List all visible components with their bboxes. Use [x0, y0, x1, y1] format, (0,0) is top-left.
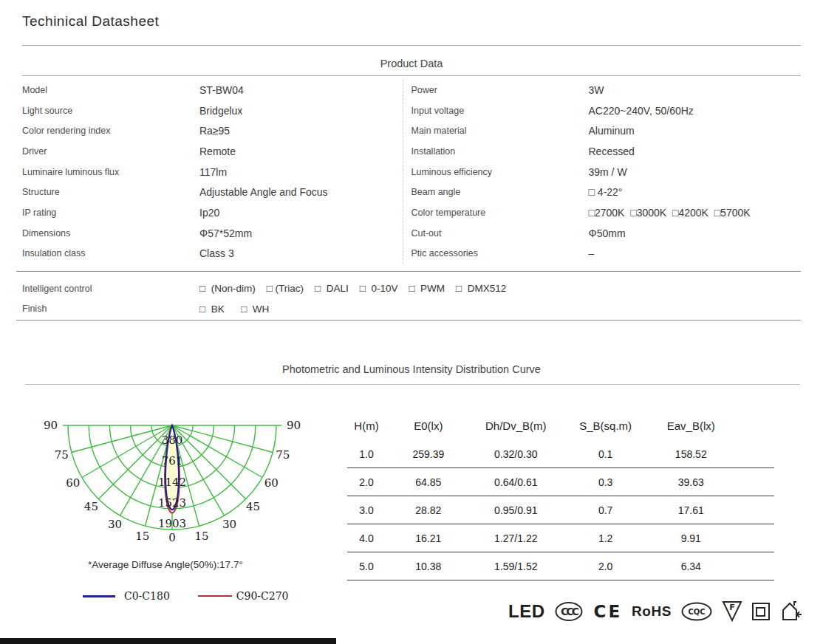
legend-line-c90-c270: [198, 595, 232, 597]
spec-label: Structure: [22, 187, 199, 197]
svg-text:30: 30: [222, 518, 236, 531]
svg-text:380: 380: [162, 434, 183, 447]
legend-label-c0-c180: C0-C180: [124, 590, 170, 602]
spec-label: Main material: [412, 126, 589, 136]
table-row: 5.0 10.38 1.59/1.52 2.0 6.34: [347, 552, 774, 580]
spec-row-model: ModelST-BW04: [22, 80, 403, 100]
spec-label: Input voltage: [412, 106, 589, 116]
diffuse-angle-footnote: *Average Diffuse Angle(50%):17.7°: [88, 559, 243, 570]
column-header: Eav_B(lx): [650, 419, 731, 432]
table-cell: 0.64/0.61: [471, 476, 561, 488]
table-cell: 2.0: [347, 476, 386, 488]
spec-row-structure: StructureAdjustable Angle and Focus: [22, 182, 403, 202]
spec-label: Color temperature: [412, 208, 589, 218]
divider-section: [16, 320, 801, 321]
spec-value: Ra≥95: [199, 125, 230, 137]
svg-text:60: 60: [66, 476, 80, 490]
spec-label: Intelligent control: [22, 284, 199, 294]
ce-mark-icon: CE: [594, 602, 623, 621]
table-cell: 64.85: [386, 476, 471, 488]
double-insulation-icon: [752, 603, 770, 620]
table-cell: 4.0: [347, 532, 386, 544]
photometric-table: H(m) E0(lx) Dh/Dv_B(m) S_B(sq.m) Eav_B(l…: [347, 411, 774, 580]
indoor-use-house-icon: [779, 600, 803, 623]
spec-label: IP rating: [22, 208, 199, 218]
table-cell: 2.0: [561, 561, 650, 572]
column-header: S_B(sq.m): [561, 419, 650, 432]
spec-value: Adjustable Angle and Focus: [199, 186, 328, 198]
certification-icons: LED CCC CE RoHS CQC F: [508, 597, 803, 626]
spec-value: Recessed: [589, 145, 635, 157]
spec-value: 3W: [589, 84, 604, 96]
table-cell: 39.63: [650, 476, 731, 488]
spec-value: Remote: [199, 145, 236, 157]
spec-value: –: [589, 247, 595, 259]
spec-value: 117lm: [199, 166, 227, 178]
spec-label: Installation: [412, 146, 589, 157]
spec-label: Driver: [22, 146, 199, 157]
svg-text:15: 15: [135, 530, 149, 543]
spec-value: ST-BW04: [199, 84, 244, 96]
spec-label: Model: [22, 85, 199, 95]
svg-text:15: 15: [195, 530, 209, 543]
table-cell: 17.61: [650, 504, 731, 516]
spec-row-color-temperature: Color temperature□2700K □3000K □4200K □5…: [412, 202, 802, 223]
control-finish-rows: Intelligent control□ (Non-dim) □ (Triac)…: [22, 278, 801, 319]
spec-label: Finish: [22, 304, 199, 314]
spec-row-driver: DriverRemote: [22, 141, 403, 162]
polar-chart-svg: 3807611142152319030151530304545606075759…: [43, 411, 309, 551]
page-title: Techinical Datasheet: [22, 13, 159, 30]
spec-value: □ BK □ WH: [199, 304, 269, 315]
table-cell: 6.34: [650, 561, 731, 572]
spec-label: Power: [412, 85, 589, 95]
legend-line-c0-c180: [83, 595, 115, 597]
svg-text:1142: 1142: [158, 476, 186, 489]
table-cell: 10.38: [386, 561, 471, 572]
spec-value: Ip20: [199, 207, 219, 219]
spec-label: Ptic accessories: [412, 248, 589, 258]
led-label: LED: [508, 601, 545, 622]
cqc-mark-icon: CQC: [681, 602, 712, 621]
table-row: 4.0 16.21 1.27/1.22 1.2 9.91: [347, 524, 774, 552]
photometric-table-header: H(m) E0(lx) Dh/Dv_B(m) S_B(sq.m) Eav_B(l…: [347, 411, 774, 440]
table-cell: 3.0: [347, 504, 386, 516]
table-cell: 0.32/0.30: [471, 448, 561, 460]
spec-row-power: Power3W: [412, 80, 802, 100]
spec-row-dimensions: DimensionsΦ57*52mm: [22, 223, 403, 244]
table-cell: 1.59/1.52: [471, 561, 561, 572]
svg-text:60: 60: [264, 476, 279, 490]
divider-photometric-header: [25, 384, 800, 385]
spec-value: □2700K □3000K □4200K □5700K: [589, 207, 751, 219]
svg-text:75: 75: [276, 448, 290, 462]
spec-value: Bridgelux: [199, 105, 242, 117]
spec-value: Φ50mm: [589, 227, 626, 239]
spec-row-cri: Color rendering indexRa≥95: [22, 120, 403, 141]
spec-row-luminous-flux: Luminaire luminous flux117lm: [22, 162, 403, 182]
table-row: 3.0 28.82 0.95/0.91 0.7 17.61: [347, 496, 774, 524]
product-spec-table: ModelST-BW04 Light sourceBridgelux Color…: [22, 80, 801, 264]
svg-text:90: 90: [44, 419, 58, 432]
spec-row-input-voltage: Input voltageAC220~240V, 50/60Hz: [412, 100, 802, 121]
svg-text:761: 761: [162, 454, 183, 467]
svg-text:30: 30: [108, 518, 122, 531]
svg-text:F: F: [729, 603, 735, 612]
table-row: 2.0 64.85 0.64/0.61 0.3 39.63: [347, 468, 774, 496]
svg-text:1523: 1523: [158, 496, 186, 510]
table-cell: 9.91: [650, 532, 731, 544]
f-triangle-icon: F: [722, 600, 742, 623]
spec-column-right: Power3W Input voltageAC220~240V, 50/60Hz…: [403, 80, 802, 264]
svg-text:1903: 1903: [158, 517, 186, 530]
spec-label: Luminaire luminous flux: [22, 167, 199, 177]
spec-value: □ (Non-dim) □ (Triac) □ DALI □ 0-10V □ P…: [199, 283, 506, 294]
svg-text:45: 45: [246, 500, 260, 513]
spec-row-cutout: Cut-outΦ50mm: [412, 223, 802, 244]
spec-label: Dimensions: [22, 228, 199, 239]
spec-label: Light source: [22, 106, 199, 116]
spec-column-left: ModelST-BW04 Light sourceBridgelux Color…: [22, 80, 403, 264]
spec-label: Color rendering index: [22, 126, 199, 136]
spec-row-beam-angle: Beam angle□ 4-22°: [412, 182, 802, 202]
svg-text:90: 90: [287, 419, 301, 432]
svg-text:45: 45: [84, 500, 98, 513]
product-data-section-title: Product Data: [22, 58, 801, 69]
spec-row-material: Main materialAluminum: [412, 120, 802, 141]
